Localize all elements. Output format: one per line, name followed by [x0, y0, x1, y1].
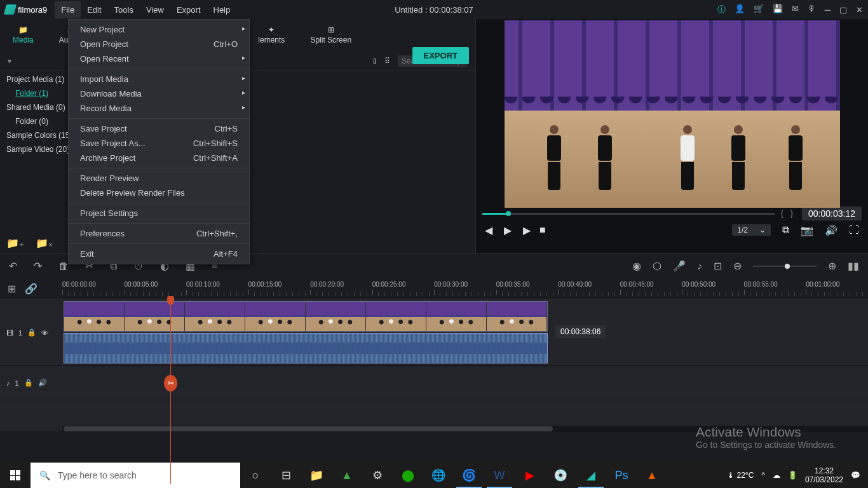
- prev-frame-button[interactable]: ◀: [485, 224, 492, 236]
- volume-icon[interactable]: 🔊: [825, 224, 837, 236]
- file-menu-render-preview[interactable]: Render Preview: [69, 171, 249, 186]
- zoom-in-button[interactable]: ⊕: [828, 260, 836, 272]
- file-menu-project-settings[interactable]: Project Settings: [69, 206, 249, 220]
- menu-file[interactable]: File: [55, 1, 81, 18]
- account-icon[interactable]: 👤: [735, 4, 745, 15]
- info-icon[interactable]: ⓘ: [717, 4, 726, 15]
- zoom-fit-button[interactable]: ▮▮: [848, 260, 859, 272]
- filter-icon[interactable]: ⫿: [373, 57, 377, 65]
- taskbar-search[interactable]: 🔍 Type here to search: [31, 463, 240, 488]
- split-handle-icon[interactable]: ✂: [164, 375, 177, 391]
- keyframe-icon[interactable]: ⊡: [714, 260, 722, 272]
- new-folder-icon[interactable]: 📁₊: [6, 237, 24, 249]
- track-manager-icon[interactable]: ⊞: [8, 283, 16, 295]
- tab-media[interactable]: 📁Media: [0, 19, 46, 51]
- audio-track-body[interactable]: [62, 366, 868, 400]
- link-icon[interactable]: 🔗: [25, 283, 37, 295]
- stop-button[interactable]: ■: [539, 224, 546, 236]
- app-icon-green[interactable]: ▲: [332, 463, 362, 488]
- lock-icon[interactable]: 🔒: [27, 329, 36, 337]
- fullscreen-icon[interactable]: ⛶: [849, 224, 859, 236]
- playhead[interactable]: ✂: [170, 300, 171, 484]
- vlc-icon[interactable]: ▲: [637, 463, 667, 488]
- file-menu-exit[interactable]: ExitAlt+F4: [69, 247, 249, 261]
- file-menu-record-media[interactable]: Record Media: [69, 101, 249, 116]
- zoom-slider[interactable]: [753, 266, 817, 267]
- file-menu-save-project[interactable]: Save ProjectCtrl+S: [69, 121, 249, 136]
- maximize-button[interactable]: ▢: [839, 5, 847, 15]
- edge-icon[interactable]: 🌀: [454, 463, 484, 488]
- filmora-taskbar-icon[interactable]: ◢: [576, 463, 606, 488]
- file-menu-open-recent[interactable]: Open Recent: [69, 51, 249, 66]
- file-menu-archive-project[interactable]: Archive ProjectCtrl+Shift+A: [69, 151, 249, 165]
- file-menu-preferences[interactable]: PreferencesCtrl+Shift+,: [69, 226, 249, 241]
- time-ruler[interactable]: 00:00:00:0000:00:05:0000:00:10:0000:00:1…: [62, 278, 868, 299]
- tray-chevron-icon[interactable]: ^: [761, 471, 765, 480]
- file-menu-open-project[interactable]: Open ProjectCtrl+O: [69, 37, 249, 51]
- save-cloud-icon[interactable]: 💾: [773, 4, 783, 15]
- photoshop-icon[interactable]: Ps: [606, 463, 637, 488]
- menu-help[interactable]: Help: [207, 1, 237, 18]
- scrub-track[interactable]: [482, 213, 775, 215]
- marker-icon[interactable]: ⬡: [653, 260, 661, 272]
- app-icon-upwork[interactable]: ⬤: [393, 463, 423, 488]
- start-button[interactable]: [0, 463, 31, 488]
- sidebar-item[interactable]: Sample Video (20): [4, 144, 67, 155]
- file-menu-download-media[interactable]: Download Media: [69, 86, 249, 101]
- message-icon[interactable]: ✉: [792, 4, 799, 15]
- voiceover-icon[interactable]: 🎤: [673, 260, 686, 272]
- undo-button[interactable]: ↶: [9, 260, 17, 272]
- tab-split-screen[interactable]: ⊞Split Screen: [297, 19, 364, 51]
- next-frame-button[interactable]: ▶: [523, 224, 528, 236]
- lock-icon[interactable]: 🔒: [24, 379, 33, 387]
- menu-edit[interactable]: Edit: [81, 1, 107, 18]
- render-icon[interactable]: ◉: [632, 260, 641, 272]
- audio-mixer-icon[interactable]: ♪: [697, 261, 702, 272]
- sidebar-item[interactable]: Folder (0): [4, 116, 67, 127]
- notifications-icon[interactable]: 💬: [851, 471, 860, 480]
- battery-icon[interactable]: 🔋: [788, 471, 797, 480]
- quality-icon[interactable]: ⧉: [782, 224, 789, 236]
- delete-folder-icon[interactable]: 📁ₓ: [36, 237, 53, 249]
- file-menu-save-project-as-[interactable]: Save Project As...Ctrl+Shift+S: [69, 136, 249, 151]
- sidebar-item[interactable]: Sample Colors (15): [4, 130, 67, 141]
- sidebar-item[interactable]: Shared Media (0): [4, 102, 67, 113]
- menu-tools[interactable]: Tools: [108, 1, 140, 18]
- mute-icon[interactable]: 🔊: [38, 379, 47, 387]
- task-view-icon[interactable]: ⊟: [271, 463, 301, 488]
- video-clip[interactable]: 00001: [64, 301, 548, 332]
- sidebar-item[interactable]: Project Media (1): [4, 74, 67, 85]
- delete-button[interactable]: 🗑: [58, 261, 69, 272]
- onedrive-icon[interactable]: ☁: [773, 471, 780, 480]
- tab-elements[interactable]: ✦lements: [245, 19, 297, 51]
- cart-icon[interactable]: 🛒: [754, 4, 764, 15]
- sidebar-item[interactable]: Folder (1): [4, 88, 67, 99]
- minimize-button[interactable]: ─: [825, 5, 831, 15]
- snapshot-icon[interactable]: 📷: [801, 224, 813, 236]
- redo-button[interactable]: ↷: [34, 260, 42, 272]
- preview-viewport[interactable]: [505, 20, 840, 208]
- scrollbar-thumb[interactable]: [64, 426, 553, 431]
- file-menu-delete-preview-render-files[interactable]: Delete Preview Render Files: [69, 186, 249, 200]
- eye-icon[interactable]: 👁: [41, 329, 48, 337]
- audio-clip[interactable]: [64, 333, 548, 363]
- mic-icon[interactable]: 🎙: [808, 4, 816, 15]
- record-dropdown-icon[interactable]: ▾: [8, 57, 11, 65]
- weather-widget[interactable]: 🌡 22°C: [727, 471, 754, 480]
- clock[interactable]: 12:32 07/03/2022: [805, 466, 843, 485]
- menu-export[interactable]: Export: [170, 1, 207, 18]
- sort-icon[interactable]: ⠿: [384, 57, 390, 65]
- app-icon-burner[interactable]: 💿: [545, 463, 576, 488]
- cortana-icon[interactable]: ○: [240, 463, 271, 488]
- file-menu-new-project[interactable]: New Project: [69, 22, 249, 37]
- video-track-body[interactable]: 00001 00:00:38:06 ✂: [62, 300, 868, 365]
- zoom-out-button[interactable]: ⊖: [733, 260, 742, 272]
- export-button[interactable]: EXPORT: [412, 47, 469, 64]
- app-icon-browser[interactable]: 🌐: [423, 463, 454, 488]
- mark-brackets[interactable]: { }: [781, 209, 796, 218]
- playback-speed-select[interactable]: 1/2 ⌄: [732, 224, 771, 236]
- menu-view[interactable]: View: [140, 1, 170, 18]
- explorer-icon[interactable]: 📁: [301, 463, 332, 488]
- file-menu-import-media[interactable]: Import Media: [69, 72, 249, 86]
- play-button[interactable]: ▶: [504, 224, 512, 236]
